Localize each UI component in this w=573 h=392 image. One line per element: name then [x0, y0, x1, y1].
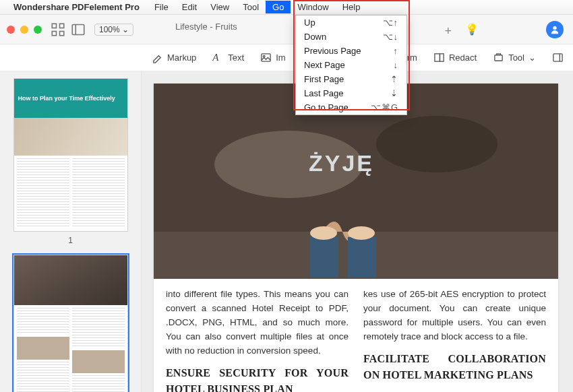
markup-tool[interactable]: Markup	[152, 52, 196, 63]
svg-text:ŻYJĘ: ŻYJĘ	[309, 150, 374, 176]
thumb-1-label: 1	[11, 236, 130, 245]
menu-window[interactable]: Window	[291, 1, 335, 13]
traffic-lights	[7, 26, 42, 34]
menu-go-to-page[interactable]: Go to Page...⌥⌘G	[296, 100, 406, 115]
window-titlebar: 100% ⌄ Lifestyle - Fruits + 💡	[0, 15, 573, 44]
menu-help[interactable]: Help	[336, 1, 367, 13]
go-dropdown-menu: Up⌥↑ Down⌥↓ Previous Page↑ Next Page↓ Fi…	[295, 15, 407, 115]
menu-view[interactable]: View	[204, 1, 236, 13]
svg-rect-1	[60, 24, 64, 28]
svg-rect-9	[435, 54, 440, 61]
right-p2: Your hotel marketing plan is essential t…	[363, 389, 546, 392]
panel-toggle[interactable]	[552, 52, 564, 63]
right-h1: FACILITATE COLLABORATION ON HOTEL MARKET…	[363, 351, 546, 385]
zoom-button[interactable]	[34, 26, 42, 34]
sidebar-toggle-icon[interactable]	[71, 23, 85, 36]
menu-first-page[interactable]: First Page⇡	[296, 72, 406, 86]
form-tool[interactable]: rm	[407, 53, 417, 63]
user-avatar[interactable]	[546, 21, 564, 38]
svg-rect-11	[495, 55, 502, 61]
main-toolbar: Markup AText Im rm Redact Tool⌄	[0, 44, 573, 71]
menu-file[interactable]: File	[148, 1, 175, 13]
minimize-button[interactable]	[20, 26, 28, 34]
svg-rect-20	[348, 237, 376, 277]
svg-point-21	[310, 226, 337, 240]
zoom-level[interactable]: 100% ⌄	[94, 24, 133, 36]
page-thumbnail-1[interactable]: How to Plan your Time Effectively	[13, 78, 128, 232]
left-column: into different file types. This means yo…	[166, 288, 349, 392]
svg-rect-3	[60, 31, 64, 35]
app-name[interactable]: Wondershare PDFelement Pro	[13, 2, 140, 12]
thumbnails-icon[interactable]	[51, 23, 65, 36]
menu-last-page[interactable]: Last Page⇣	[296, 86, 406, 100]
svg-point-6	[553, 26, 556, 30]
svg-rect-4	[72, 24, 84, 34]
workspace: How to Plan your Time Effectively 1 2 ŻY…	[0, 71, 573, 392]
macos-menubar: Wondershare PDFelement Pro File Edit Vie…	[0, 0, 573, 15]
right-column: kes use of 265-bit AES encryption to pro…	[363, 288, 546, 392]
left-heading: ENSURE SECURITY FOR YOUR HOTEL BUSINESS …	[166, 365, 349, 392]
document-page: ŻYJĘ into different file types. This mea…	[154, 84, 558, 392]
svg-rect-19	[310, 237, 338, 277]
menu-down[interactable]: Down⌥↓	[296, 30, 406, 44]
menu-up[interactable]: Up⌥↑	[296, 15, 406, 30]
svg-rect-12	[553, 54, 562, 61]
right-p1: kes use of 265-bit AES encryption to pro…	[363, 288, 546, 344]
page-thumbnail-2[interactable]	[13, 255, 128, 392]
image-tool[interactable]: Im	[260, 52, 285, 63]
tips-icon[interactable]: 💡	[465, 23, 479, 36]
svg-point-8	[264, 55, 266, 57]
close-button[interactable]	[7, 26, 15, 34]
svg-rect-0	[52, 24, 56, 28]
text-tool[interactable]: AText	[212, 52, 244, 63]
redact-tool[interactable]: Redact	[433, 52, 477, 63]
menu-tool[interactable]: Tool	[236, 1, 266, 13]
svg-rect-7	[262, 54, 270, 61]
svg-rect-2	[52, 31, 56, 35]
page-viewport[interactable]: ŻYJĘ into different file types. This mea…	[142, 71, 573, 392]
menu-edit[interactable]: Edit	[175, 1, 204, 13]
menu-previous-page[interactable]: Previous Page↑	[296, 44, 406, 58]
left-paragraph: into different file types. This means yo…	[166, 288, 349, 358]
menu-next-page[interactable]: Next Page↓	[296, 58, 406, 72]
svg-point-22	[348, 226, 375, 240]
svg-point-17	[376, 116, 497, 172]
tool-menu[interactable]: Tool⌄	[493, 52, 536, 63]
thumbnail-sidebar: How to Plan your Time Effectively 1 2	[0, 71, 142, 392]
document-tab[interactable]: Lifestyle - Fruits	[175, 22, 237, 32]
menu-go[interactable]: Go	[266, 1, 291, 13]
new-tab-button[interactable]: +	[444, 24, 452, 38]
svg-rect-10	[440, 54, 444, 61]
